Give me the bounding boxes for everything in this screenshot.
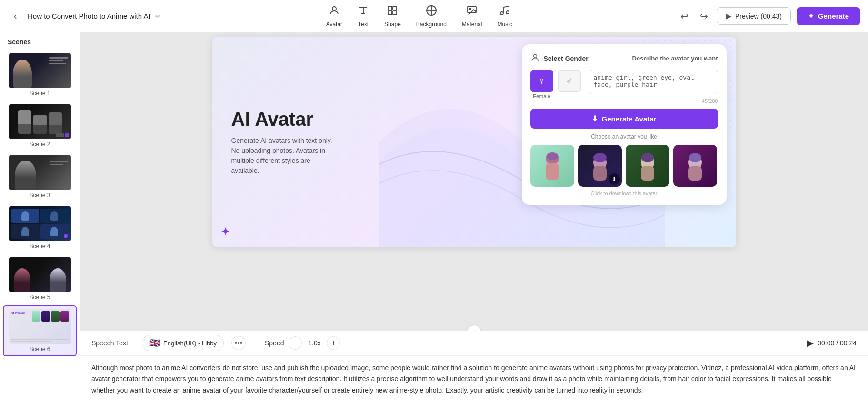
generate-avatar-button[interactable]: ⬇ Generate Avatar [530, 109, 718, 129]
desc-section: anime girl, green eye, oval face, purple… [589, 70, 718, 109]
tool-avatar-label: Avatar [326, 21, 342, 28]
choose-avatar-text: Choose an avatar you like [530, 133, 718, 140]
scene-2-label: Scene 2 [29, 141, 50, 148]
male-button[interactable]: ♂ [558, 70, 581, 92]
female-button[interactable]: ♀ [530, 70, 553, 92]
scene-thumb-1 [9, 53, 71, 88]
avatar-option-2[interactable]: ⬇ [578, 145, 622, 187]
gender-section: ♀ Female ♂ [530, 70, 581, 105]
avatar-option-1[interactable] [530, 145, 574, 187]
tool-text[interactable]: Text [358, 5, 369, 28]
canvas-title: AI Avatar [231, 109, 336, 130]
speed-increase-button[interactable]: + [327, 336, 340, 350]
scene-1-label: Scene 1 [29, 90, 50, 97]
ai-panel-desc-header: Describe the avatar you want [632, 55, 718, 62]
ai-panel-select-gender: Select Gender [544, 55, 589, 62]
svg-point-16 [547, 152, 558, 160]
preview-button[interactable]: ▶ Preview (00:43) [717, 7, 791, 25]
tool-background-label: Background [416, 21, 447, 28]
scene-3-label: Scene 3 [29, 192, 50, 199]
material-icon [466, 5, 478, 19]
avatar-description-input[interactable]: anime girl, green eye, oval face, purple… [589, 70, 718, 94]
scene-4-label: Scene 4 [29, 243, 50, 250]
preview-play-icon: ▶ [726, 11, 731, 20]
scenes-header: Scenes [0, 32, 80, 50]
ai-panel-body: ♀ Female ♂ anime girl, green eye, oval f… [530, 70, 718, 109]
tool-music-label: Music [498, 21, 512, 28]
svg-rect-19 [593, 166, 607, 181]
sidebar-item-scene-5[interactable]: Scene 5 [3, 254, 77, 303]
speed-controls: − 1.0x + [289, 336, 340, 350]
chevron-down-icon: ∨ [472, 328, 477, 331]
time-text: 00:00 / 00:24 [818, 339, 857, 347]
edit-icon[interactable]: ✏ [155, 12, 161, 20]
collapse-button[interactable]: ∨ [467, 325, 481, 331]
click-download-text: Click to download this avatar [530, 191, 718, 196]
scene-thumb-2 [9, 104, 71, 139]
bottom-panel: Speech Text 🇬🇧 English(UK) - Libby ••• S… [80, 331, 868, 403]
svg-rect-4 [393, 11, 397, 15]
undo-button[interactable]: ↩ [678, 8, 691, 25]
generate-label: Generate [818, 12, 849, 20]
time-display: ▶ 00:00 / 00:24 [807, 338, 857, 348]
canvas-left-content: AI Avatar Generate AI avatars with text … [231, 109, 336, 176]
svg-rect-25 [688, 166, 702, 181]
avatar-option-4[interactable] [673, 145, 717, 187]
download-icon: ⬇ [592, 114, 598, 123]
scene-5-label: Scene 5 [29, 294, 50, 301]
tool-music[interactable]: Music [498, 5, 512, 28]
avatar-thumb-bg-2: ⬇ [578, 145, 622, 187]
ai-panel-header: Select Gender Describe the avatar you wa… [530, 53, 718, 64]
sidebar-item-scene-6[interactable]: AI Avatar Scene 6 [3, 305, 77, 356]
male-col: ♂ [558, 70, 581, 99]
language-selector[interactable]: 🇬🇧 English(UK) - Libby [142, 335, 224, 351]
gender-row: ♀ Female ♂ [530, 70, 581, 99]
sidebar-item-scene-2[interactable]: Scene 2 [3, 101, 77, 151]
tool-material[interactable]: Material [462, 5, 482, 28]
background-icon [426, 5, 437, 19]
play-button[interactable]: ▶ [807, 338, 814, 348]
tool-avatar[interactable]: Avatar [326, 5, 342, 28]
avatar-2-overlay: ⬇ [609, 173, 620, 185]
language-more-button[interactable]: ••• [231, 336, 246, 350]
avatar-option-3[interactable] [626, 145, 669, 187]
svg-point-11 [506, 11, 509, 14]
speech-bar: Speech Text 🇬🇧 English(UK) - Libby ••• S… [80, 331, 868, 356]
avatar-grid: ⬇ [530, 145, 718, 187]
sidebar: Scenes Scene 1 [0, 32, 80, 403]
speed-section: Speed − 1.0x + [265, 336, 340, 350]
tool-material-label: Material [462, 21, 482, 28]
flag-icon: 🇬🇧 [149, 338, 160, 348]
tool-shape[interactable]: Shape [384, 5, 401, 28]
ai-panel: Select Gender Describe the avatar you wa… [522, 44, 727, 205]
music-icon [499, 5, 510, 19]
avatar-icon [329, 5, 340, 19]
female-label: Female [533, 93, 550, 99]
ai-panel-header-icon [530, 53, 540, 64]
sidebar-item-scene-3[interactable]: Scene 3 [3, 152, 77, 202]
vidnoz-logo: ✦ [221, 226, 229, 238]
canvas-frame: AI Avatar Generate AI avatars with text … [212, 37, 736, 247]
scene-6-label: Scene 6 [29, 346, 50, 353]
svg-rect-3 [388, 11, 392, 15]
svg-point-9 [469, 8, 471, 10]
tool-shape-label: Shape [384, 21, 401, 28]
speed-decrease-button[interactable]: − [289, 336, 302, 350]
redo-button[interactable]: ↪ [697, 8, 711, 25]
top-bar-left: ‹ How to Convert Photo to Anime with AI … [8, 9, 161, 24]
top-bar-right: ↩ ↪ ▶ Preview (00:43) ✦ Generate [678, 7, 860, 25]
generate-button[interactable]: ✦ Generate [797, 7, 860, 25]
svg-rect-2 [393, 6, 397, 10]
back-button[interactable]: ‹ [8, 9, 23, 24]
avatar-thumb-bg-1 [530, 145, 574, 187]
shape-icon [387, 5, 398, 19]
tool-text-label: Text [358, 21, 369, 28]
tool-background[interactable]: Background [416, 5, 447, 28]
sidebar-item-scene-4[interactable]: ✓ Scene 4 [3, 203, 77, 252]
sidebar-item-scene-1[interactable]: Scene 1 [3, 50, 77, 100]
svg-point-0 [332, 7, 336, 10]
text-icon [358, 5, 369, 19]
scene-thumb-6: AI Avatar [9, 309, 71, 344]
svg-point-21 [641, 153, 654, 162]
speech-text-content: Although most photo to anime AI converte… [80, 356, 868, 403]
